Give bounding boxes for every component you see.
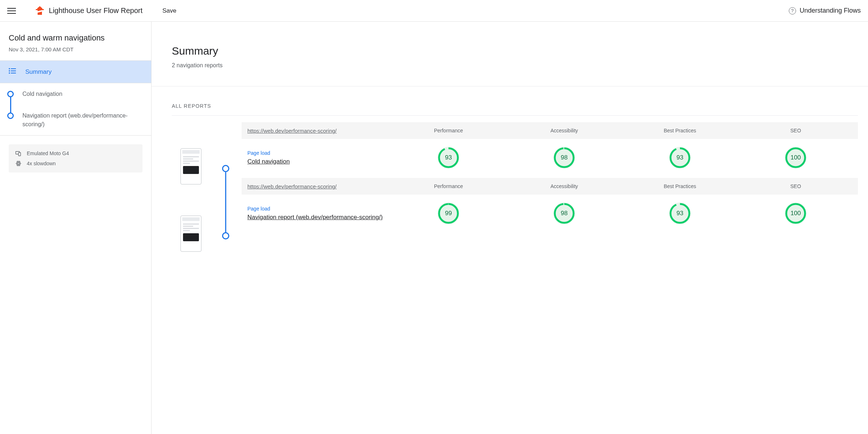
svg-point-6 [9,72,10,74]
main-content: Summary 2 navigation reports ALL REPORTS [152,22,868,434]
app-title: Lighthouse User Flow Report [49,7,142,15]
save-button[interactable]: Save [162,7,176,14]
sidebar-step-navigation-report[interactable]: Navigation report (web.dev/performance-s… [0,105,151,135]
sidebar-steps: Cold navigation Navigation report (web.d… [0,83,151,136]
flow-timestamp: Nov 3, 2021, 7:00 AM CDT [9,46,142,52]
report-header-row: https://web.dev/performance-scoring/ Per… [242,178,858,195]
step-name-link[interactable]: Navigation report (web.dev/performance-s… [247,214,383,221]
devices-icon [15,150,22,157]
help-label: Understanding Flows [800,7,861,14]
score-gauge-performance[interactable]: 99 [438,203,459,224]
device-info: Emulated Moto G4 4x slowdown [9,144,142,173]
timeline-circle-icon [7,112,14,119]
page-subtitle: 2 navigation reports [172,62,868,69]
svg-rect-9 [18,153,21,156]
category-header-seo: SEO [738,127,854,134]
cpu-icon [15,160,22,167]
report-group: https://web.dev/performance-scoring/ Per… [242,178,858,234]
lighthouse-logo-icon [36,6,44,16]
svg-point-2 [9,68,10,69]
report-body-row: Page load Cold navigation 93 98 [242,139,858,178]
all-reports-label: ALL REPORTS [172,103,858,109]
menu-icon[interactable] [7,7,16,15]
category-header-seo: SEO [738,183,854,190]
report-header-row: https://web.dev/performance-scoring/ Per… [242,122,858,139]
timeline-line [225,172,226,234]
score-gauge-seo[interactable]: 100 [785,147,807,169]
thumbnails-column [172,122,210,252]
svg-rect-7 [11,73,16,73]
category-header-accessibility: Accessibility [506,183,622,190]
svg-rect-11 [18,163,20,165]
device-emulation-row: Emulated Moto G4 [15,150,136,157]
step-name-link[interactable]: Cold navigation [247,158,290,165]
svg-rect-3 [11,68,16,69]
sidebar-header: Cold and warm navigations Nov 3, 2021, 7… [0,22,151,61]
step-type-label: Page load [247,150,391,156]
page-title: Summary [172,45,868,57]
report-url-link[interactable]: https://web.dev/performance-scoring/ [246,128,391,134]
reports-section: ALL REPORTS [152,86,868,266]
help-icon: ? [789,7,796,14]
category-header-performance: Performance [391,183,506,190]
screenshot-thumbnail[interactable] [180,216,201,252]
category-header-accessibility: Accessibility [506,127,622,134]
step-label: Navigation report (web.dev/performance-s… [22,111,142,129]
report-url-link[interactable]: https://web.dev/performance-scoring/ [246,183,391,190]
category-header-performance: Performance [391,127,506,134]
reports-table: https://web.dev/performance-scoring/ Per… [242,122,858,252]
sidebar-item-summary[interactable]: Summary [0,61,151,83]
category-header-best-practices: Best Practices [622,127,738,134]
score-gauge-performance[interactable]: 93 [438,147,459,169]
score-gauge-accessibility[interactable]: 98 [553,147,575,169]
svg-rect-10 [17,162,20,165]
score-gauge-seo[interactable]: 100 [785,203,807,224]
section-rule [172,115,858,116]
svg-rect-1 [36,9,44,10]
svg-rect-5 [11,71,16,71]
report-body-row: Page load Navigation report (web.dev/per… [242,195,858,234]
timeline-column [221,122,230,252]
timeline-node-icon [222,232,229,239]
category-header-best-practices: Best Practices [622,183,738,190]
step-type-label: Page load [247,206,391,212]
throttle-label: 4x slowdown [27,161,56,166]
device-emulation-label: Emulated Moto G4 [27,150,69,156]
score-gauge-best-practices[interactable]: 93 [669,147,691,169]
report-group: https://web.dev/performance-scoring/ Per… [242,122,858,178]
summary-list-icon [9,68,17,76]
step-label: Cold navigation [22,90,62,98]
screenshot-thumbnail[interactable] [180,148,201,184]
score-gauge-accessibility[interactable]: 98 [553,203,575,224]
main-header: Summary 2 navigation reports [152,22,868,86]
help-link[interactable]: ? Understanding Flows [789,7,861,14]
score-gauge-best-practices[interactable]: 93 [669,203,691,224]
throttle-row: 4x slowdown [15,160,136,167]
timeline-circle-icon [7,91,14,97]
sidebar: Cold and warm navigations Nov 3, 2021, 7… [0,22,152,434]
timeline-node-icon [222,165,229,172]
svg-point-4 [9,70,10,72]
summary-label: Summary [25,68,52,76]
flow-title: Cold and warm navigations [9,33,142,43]
topbar: Lighthouse User Flow Report Save ? Under… [0,0,868,22]
sidebar-step-cold-navigation[interactable]: Cold navigation [0,83,151,105]
